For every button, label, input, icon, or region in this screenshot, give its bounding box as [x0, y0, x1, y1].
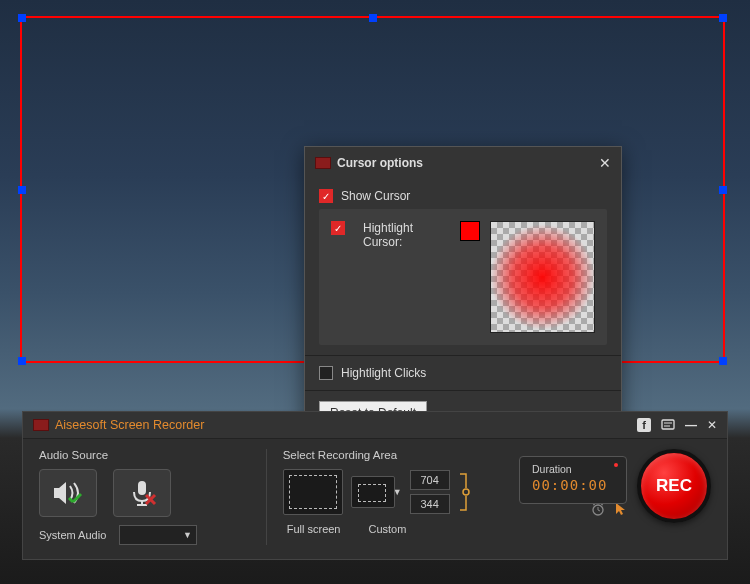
custom-text: Custom	[368, 523, 406, 535]
svg-rect-2	[662, 420, 674, 429]
record-button-label: REC	[656, 476, 692, 496]
app-logo-icon	[315, 157, 331, 169]
resize-handle-mid-left[interactable]	[18, 186, 26, 194]
highlight-clicks-checkbox[interactable]	[319, 366, 333, 380]
divider	[305, 390, 621, 391]
full-screen-button[interactable]	[283, 469, 343, 515]
highlight-clicks-label: Hightlight Clicks	[341, 366, 426, 380]
resize-handle-top-mid[interactable]	[369, 14, 377, 22]
cursor-highlight-preview	[490, 221, 595, 333]
system-audio-text: System Audio	[39, 529, 113, 541]
close-icon[interactable]: ✕	[707, 418, 717, 432]
speaker-icon	[51, 478, 85, 508]
resize-handle-bot-right[interactable]	[719, 357, 727, 365]
duration-value: 00:00:00	[532, 477, 614, 493]
highlight-cursor-checkbox[interactable]	[331, 221, 345, 235]
divider	[305, 355, 621, 356]
svg-point-10	[463, 489, 469, 495]
microphone-icon	[127, 478, 157, 508]
facebook-icon[interactable]: f	[637, 418, 651, 432]
app-title: Aiseesoft Screen Recorder	[55, 418, 637, 432]
full-screen-text: Full screen	[287, 523, 341, 535]
svg-line-13	[598, 510, 600, 511]
microphone-dropdown[interactable]: ▼	[119, 525, 197, 545]
chevron-down-icon: ▼	[183, 530, 192, 540]
svg-text:f: f	[642, 419, 646, 431]
main-app-window: Aiseesoft Screen Recorder f — ✕ Audio So…	[22, 411, 728, 560]
app-logo-icon	[33, 419, 49, 431]
width-input[interactable]: 704	[410, 470, 450, 490]
minimize-icon[interactable]: —	[685, 418, 697, 432]
highlight-cursor-label: Hightlight Cursor:	[363, 221, 450, 249]
dialog-title: Cursor options	[337, 156, 599, 170]
height-input[interactable]: 344	[410, 494, 450, 514]
lock-aspect-icon[interactable]	[458, 470, 470, 514]
resize-handle-top-right[interactable]	[719, 14, 727, 22]
close-icon[interactable]: ✕	[599, 155, 611, 171]
app-titlebar[interactable]: Aiseesoft Screen Recorder f — ✕	[23, 412, 727, 439]
highlight-cursor-panel: Hightlight Cursor:	[319, 209, 607, 345]
resize-handle-bot-left[interactable]	[18, 357, 26, 365]
cursor-options-dialog: Cursor options ✕ Show Cursor Hightlight …	[304, 146, 622, 440]
resize-handle-mid-right[interactable]	[719, 186, 727, 194]
separator	[266, 449, 267, 545]
clock-icon[interactable]	[591, 502, 605, 516]
svg-rect-5	[138, 481, 146, 495]
system-audio-button[interactable]	[39, 469, 97, 517]
highlight-color-picker[interactable]	[460, 221, 480, 241]
custom-area-button[interactable]	[351, 476, 395, 508]
audio-source-label: Audio Source	[39, 449, 250, 461]
show-cursor-label: Show Cursor	[341, 189, 410, 203]
dialog-titlebar[interactable]: Cursor options ✕	[305, 147, 621, 179]
recording-area-label: Select Recording Area	[283, 449, 503, 461]
record-button[interactable]: REC	[637, 449, 711, 523]
resize-handle-top-left[interactable]	[18, 14, 26, 22]
microphone-button[interactable]	[113, 469, 171, 517]
duration-box: Duration 00:00:00	[519, 456, 627, 504]
show-cursor-checkbox[interactable]	[319, 189, 333, 203]
cursor-icon[interactable]	[615, 502, 627, 516]
record-indicator-icon	[614, 463, 618, 467]
feedback-icon[interactable]	[661, 418, 675, 432]
duration-label: Duration	[532, 463, 614, 475]
